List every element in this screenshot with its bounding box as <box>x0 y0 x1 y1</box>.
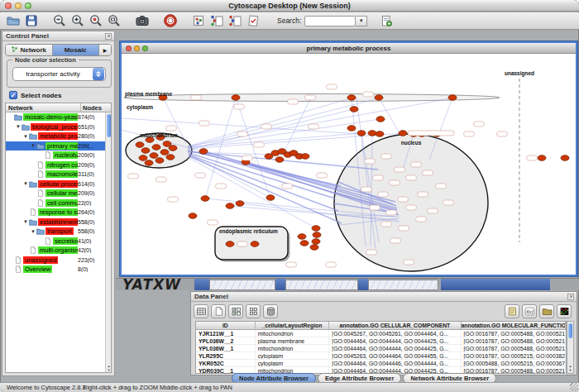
select-attr-icon[interactable] <box>228 304 243 318</box>
import-annotation-icon[interactable] <box>379 13 394 28</box>
zoom-button[interactable] <box>25 2 31 9</box>
disclosure-triangle-icon[interactable]: ▼ <box>22 134 29 139</box>
tree-row[interactable]: macromolecule311(0) <box>6 170 105 179</box>
folder-icon[interactable] <box>539 304 554 318</box>
tab-overflow-arrow-icon[interactable]: ▶ <box>99 45 111 55</box>
table-column-header[interactable]: _cellularLayoutRegion <box>256 322 330 329</box>
network-edge[interactable] <box>188 109 354 150</box>
network-node[interactable] <box>136 142 144 148</box>
tree-row[interactable]: response to stimulu264(0) <box>6 208 105 218</box>
help-ring[interactable] <box>163 13 178 28</box>
network-node[interactable] <box>561 155 569 161</box>
network-node[interactable] <box>376 117 385 122</box>
import-table-icon[interactable] <box>227 13 242 28</box>
net-close-button[interactable] <box>126 45 132 51</box>
network-node[interactable] <box>275 157 284 163</box>
background-window-frame[interactable] <box>441 279 550 290</box>
tree-scrollbar-arrows-icon[interactable]: ▲▼ <box>106 364 112 372</box>
network-node[interactable] <box>310 245 318 251</box>
tree-row[interactable]: ▼primary metabo209(... <box>6 141 105 151</box>
network-node[interactable] <box>199 149 208 155</box>
network-node[interactable] <box>376 131 384 137</box>
heatmap-icon[interactable] <box>557 304 572 318</box>
tab-network[interactable]: Network <box>6 45 53 55</box>
table-row[interactable]: YKR052Ccytoplasm[GO:0044464, GO:0044446,… <box>196 360 566 367</box>
tree-row[interactable]: ▼metabolic process280(0) <box>6 131 105 141</box>
tree-row[interactable]: mosaic-demo-yeast874(0) <box>6 112 105 122</box>
table-column-header[interactable]: ID <box>196 322 256 329</box>
network-node[interactable] <box>189 213 197 219</box>
network-node[interactable] <box>145 160 153 166</box>
network-edge[interactable] <box>188 98 350 146</box>
search-input[interactable] <box>304 16 356 26</box>
disclosure-triangle-icon[interactable]: ▼ <box>30 229 36 234</box>
vizmapper-icon[interactable] <box>246 13 261 28</box>
tree-row[interactable]: cellular metabo209(0) <box>6 189 105 198</box>
tree-row[interactable]: secretion41(0) <box>6 237 105 246</box>
tree-column-network[interactable]: Network <box>6 103 81 112</box>
network-node[interactable] <box>350 107 358 112</box>
network-node[interactable] <box>232 95 240 101</box>
background-window-preview[interactable] <box>209 280 275 290</box>
network-node[interactable] <box>166 155 175 160</box>
tree-scrollbar[interactable]: ▲▼ <box>105 112 111 372</box>
network-node[interactable] <box>251 241 259 247</box>
tree-column-nodes[interactable]: Nodes <box>81 103 111 112</box>
notes-icon[interactable] <box>505 304 519 318</box>
network-node[interactable] <box>160 150 169 155</box>
table-row[interactable]: YPL036W__2plasma membrane[GO:0044464, GO… <box>196 337 566 345</box>
search-dropdown-icon[interactable]: ▼ <box>356 16 367 26</box>
zoom-in[interactable] <box>70 13 85 28</box>
import-network-icon[interactable] <box>209 13 224 28</box>
network-node[interactable] <box>141 148 150 154</box>
network-node[interactable] <box>357 131 366 136</box>
network-node[interactable] <box>169 146 177 151</box>
network-node[interactable] <box>139 155 147 161</box>
table-scrollbar[interactable]: ▲▼ <box>567 321 574 374</box>
select-nodes-checkbox[interactable]: ✓ <box>9 91 17 99</box>
disclosure-triangle-icon[interactable]: ▼ <box>22 181 29 186</box>
network-edge[interactable] <box>189 153 335 198</box>
network-node[interactable] <box>201 196 209 202</box>
table-row[interactable]: YPL036W__1mitochondrion[GO:0044464, GO:0… <box>196 345 566 352</box>
tree-row[interactable]: nucleobase-209(0) <box>6 151 105 160</box>
tree-row[interactable]: Overview8(0) <box>6 265 105 275</box>
network-window-titlebar[interactable]: primary metabolic process <box>122 43 576 54</box>
network-node[interactable] <box>156 158 164 164</box>
network-node[interactable] <box>347 126 356 131</box>
network-node[interactable] <box>298 234 306 240</box>
new-doc-icon[interactable] <box>211 304 226 318</box>
trash-icon[interactable] <box>263 304 278 318</box>
network-node[interactable] <box>399 131 407 136</box>
matrix-icon[interactable] <box>246 304 261 318</box>
network-node[interactable] <box>266 195 275 201</box>
table-scrollbar-arrows-icon[interactable]: ▲▼ <box>567 364 573 372</box>
table-row[interactable]: YLR295Ccytoplasm[GO:0045263, GO:0044464,… <box>196 352 566 360</box>
network-node[interactable] <box>226 241 234 247</box>
network-node[interactable] <box>312 239 320 245</box>
network-node[interactable] <box>300 241 309 246</box>
layout-icon[interactable] <box>191 13 206 28</box>
minimize-button[interactable] <box>15 2 22 9</box>
network-edge[interactable] <box>188 98 378 147</box>
network-node[interactable] <box>375 95 383 101</box>
disclosure-triangle-icon[interactable]: ▼ <box>22 219 29 224</box>
network-node[interactable] <box>236 201 244 207</box>
tab-mosaic[interactable]: Mosaic <box>53 45 100 55</box>
table-icon[interactable] <box>194 304 208 318</box>
tree-row[interactable]: ▼cellular process614(0) <box>6 179 105 189</box>
network-node[interactable] <box>312 226 320 232</box>
net-zoom-button[interactable] <box>142 45 148 51</box>
tree-row[interactable]: cell communicat22(0) <box>6 198 105 208</box>
tree-row[interactable]: ▼transport558(0) <box>6 227 105 237</box>
table-scrollbar-thumb[interactable] <box>568 323 572 338</box>
table-row[interactable]: YJR121W__1mitochondrion[GO:0045267, GO:0… <box>196 330 566 337</box>
zoom-selected[interactable] <box>89 13 103 28</box>
network-node[interactable] <box>301 154 309 160</box>
background-window-preview[interactable] <box>368 280 438 290</box>
background-window-frame[interactable] <box>275 279 285 290</box>
network-node[interactable] <box>538 155 546 161</box>
float-panel-icon[interactable] <box>104 32 112 41</box>
disclosure-triangle-icon[interactable]: ▼ <box>30 143 36 148</box>
tree-row[interactable]: ▼establishment of lo558(0) <box>6 218 105 227</box>
